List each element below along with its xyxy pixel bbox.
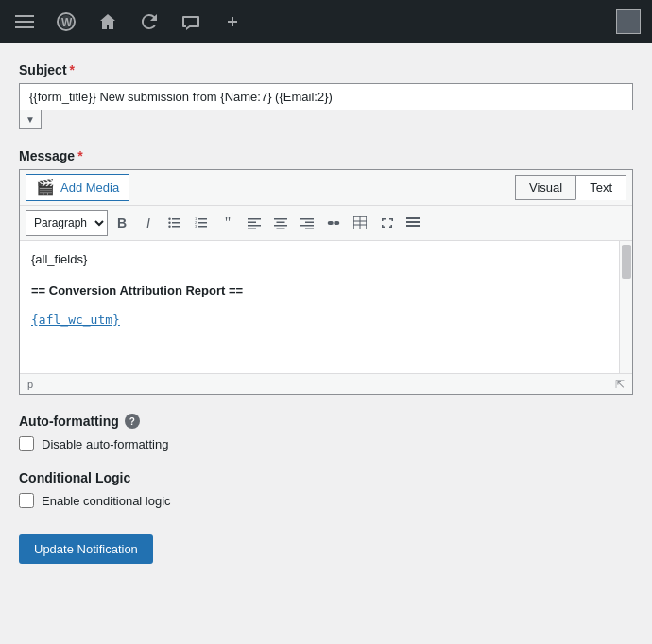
subject-input[interactable] [19,83,633,110]
autoformatting-help-icon[interactable]: ? [125,414,140,429]
message-field-group: Message * 🎬 Add Media Visual Text Paragr… [19,148,633,395]
subject-label-text: Subject [19,62,67,77]
tab-text[interactable]: Text [575,175,626,200]
svg-rect-1 [15,21,34,23]
editor-section-heading: == Conversion Attribution Report == [31,281,608,301]
subject-required-star: * [70,62,75,77]
refresh-icon[interactable] [136,8,163,35]
main-content: Subject * ▼ Message * 🎬 Add Media Visual… [0,43,652,644]
svg-rect-6 [172,222,180,224]
svg-rect-26 [305,222,314,224]
autoformatting-checkbox-label[interactable]: Disable auto-formatting [19,436,633,451]
conditional-logic-checkbox-group: Enable conditional logic [19,493,633,508]
editor-status-tag: p [27,379,33,390]
svg-rect-19 [248,225,261,227]
italic-button[interactable]: I [136,211,161,235]
message-required-star: * [77,148,82,163]
align-left-button[interactable] [242,211,266,235]
editor-scrollbar [619,241,632,373]
home-icon[interactable] [94,8,121,35]
fullscreen-button[interactable] [374,211,399,235]
update-notification-button[interactable]: Update Notification [19,534,153,564]
unordered-list-button[interactable] [163,211,187,235]
bold-button[interactable]: B [110,211,134,235]
svg-rect-24 [277,229,285,230]
message-label: Message * [19,148,633,163]
svg-rect-35 [406,225,420,227]
autoformatting-title: Auto-formatting ? [19,414,633,429]
svg-rect-22 [277,222,285,224]
top-nav: W [0,0,652,43]
conditional-logic-checkbox-label[interactable]: Enable conditional logic [19,493,633,508]
svg-rect-0 [15,15,34,17]
menu-icon[interactable] [11,8,38,35]
paragraph-select[interactable]: Paragraph [26,210,108,236]
conditional-logic-title-text: Conditional Logic [19,470,130,485]
svg-rect-25 [300,218,314,220]
editor-toolbar-top: 🎬 Add Media Visual Text [20,170,632,206]
user-avatar[interactable] [616,9,641,34]
subject-field-group: Subject * ▼ [19,62,633,129]
svg-rect-11 [198,218,207,220]
editor-shortcode-text: {afl_wc_utm} [31,313,120,327]
tab-visual[interactable]: Visual [515,175,575,200]
conditional-logic-title: Conditional Logic [19,470,633,485]
add-media-button[interactable]: 🎬 Add Media [26,174,129,201]
autoformatting-title-text: Auto-formatting [19,414,119,429]
editor-body[interactable]: {all_fields} == Conversion Attribution R… [20,241,619,373]
svg-point-8 [168,218,170,220]
autoformatting-checkbox-text: Disable auto-formatting [42,437,168,451]
ordered-list-button[interactable]: 123 [189,211,214,235]
svg-rect-13 [198,226,207,228]
subject-collapse-arrow[interactable]: ▼ [19,110,42,129]
svg-rect-28 [305,229,314,230]
subject-label: Subject * [19,62,633,77]
editor-wrapper: 🎬 Add Media Visual Text Paragraph B I [19,169,633,395]
align-right-button[interactable] [295,211,319,235]
svg-text:W: W [61,16,73,29]
svg-rect-7 [172,226,180,228]
svg-rect-23 [274,225,287,227]
conditional-logic-checkbox-text: Enable conditional logic [42,494,171,508]
editor-scrollbar-thumb [622,245,631,279]
plus-icon[interactable] [219,8,246,35]
blockquote-button[interactable]: " [215,211,240,235]
kitchen-sink-button[interactable] [401,211,425,235]
svg-rect-17 [248,218,261,220]
svg-rect-20 [248,229,256,230]
editor-all-fields: {all_fields} [31,250,608,270]
editor-format-bar: Paragraph B I 123 " [20,206,632,241]
svg-text:3: 3 [195,224,197,229]
autoformatting-checkbox-group: Disable auto-formatting [19,436,633,451]
svg-rect-18 [248,222,256,224]
svg-rect-2 [15,26,34,28]
view-tabs: Visual Text [515,175,626,200]
autoformatting-checkbox[interactable] [19,436,34,451]
svg-rect-34 [406,221,420,223]
table-button[interactable] [348,211,372,235]
add-media-icon: 🎬 [36,178,55,196]
svg-rect-5 [172,218,180,220]
conditional-logic-checkbox[interactable] [19,493,34,508]
autoformatting-group: Auto-formatting ? Disable auto-formattin… [19,414,633,451]
wordpress-icon[interactable]: W [53,8,79,35]
message-label-text: Message [19,148,75,163]
comments-icon[interactable] [178,8,204,35]
svg-point-10 [168,226,170,228]
editor-shortcode: {afl_wc_utm} [31,311,608,330]
editor-resize-corner[interactable]: ⇱ [615,378,625,391]
svg-point-9 [168,222,170,224]
editor-status-bar: p ⇱ [20,373,632,394]
add-media-label: Add Media [60,180,119,195]
svg-rect-12 [198,222,207,224]
svg-rect-33 [406,217,420,219]
link-button[interactable] [321,211,346,235]
svg-rect-27 [300,225,314,227]
svg-rect-36 [406,229,413,229]
align-center-button[interactable] [268,211,293,235]
svg-rect-21 [274,218,287,220]
conditional-logic-group: Conditional Logic Enable conditional log… [19,470,633,508]
